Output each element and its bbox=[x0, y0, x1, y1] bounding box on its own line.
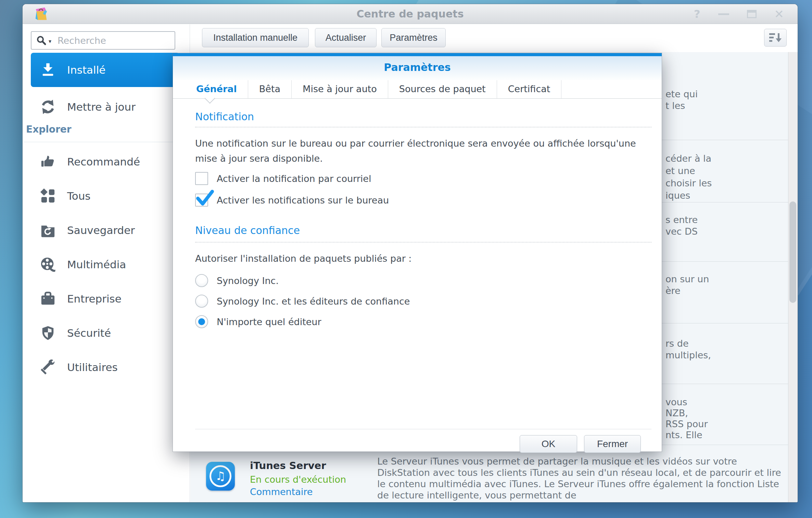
ok-button[interactable]: OK bbox=[520, 435, 577, 453]
package-description-fragment: ete quit les bbox=[665, 88, 698, 112]
package-description-fragment: s entrevec DS bbox=[665, 214, 698, 237]
sidebar-item-backup[interactable]: Sauvegarder bbox=[31, 213, 179, 247]
shield-icon bbox=[39, 324, 57, 342]
sidebar-item-update[interactable]: Mettre à jour bbox=[31, 90, 179, 124]
itunes-server-description: Le Serveur iTunes vous permet de partage… bbox=[377, 456, 788, 501]
email-notification-option[interactable]: Activer la notification par courriel bbox=[195, 170, 371, 187]
trust-option-synology-trusted[interactable]: Synology Inc. et les éditeurs de confian… bbox=[195, 293, 410, 309]
checkbox-unchecked[interactable] bbox=[195, 172, 208, 185]
window-title: Centre de paquets bbox=[23, 4, 798, 24]
music-note-icon: ♫ bbox=[215, 470, 226, 482]
section-divider bbox=[195, 127, 651, 127]
tab-general[interactable]: Général bbox=[185, 80, 248, 98]
sidebar-item-installed[interactable]: Installé bbox=[31, 53, 179, 87]
trust-option-synology[interactable]: Synology Inc. bbox=[195, 272, 279, 289]
checkbox-label: Activer la notification par courriel bbox=[217, 173, 371, 184]
package-description-fragment: rs demultiples, bbox=[665, 338, 711, 361]
close-icon[interactable]: ✕ bbox=[774, 8, 784, 20]
scrollbar-thumb[interactable] bbox=[789, 201, 796, 303]
tab-package-sources[interactable]: Sources de paquet bbox=[388, 80, 497, 98]
checkbox-checked[interactable] bbox=[195, 194, 208, 207]
notification-section-heading: Notification bbox=[195, 111, 254, 123]
package-center-app-icon bbox=[34, 6, 49, 22]
package-description-fragment: vousNZB, RSS pournts. Elle bbox=[665, 397, 708, 441]
itunes-ring: ♫ bbox=[210, 465, 231, 487]
itunes-server-status: En cours d'exécution bbox=[250, 474, 346, 485]
refresh-button[interactable]: Actualiser bbox=[315, 28, 377, 47]
sidebar-divider bbox=[24, 142, 188, 142]
trust-level-section-heading: Niveau de confiance bbox=[195, 224, 300, 236]
settings-dialog: Paramètres Général Bêta Mise à jour auto… bbox=[173, 53, 662, 452]
settings-button[interactable]: Paramètres bbox=[381, 28, 446, 47]
download-icon bbox=[39, 61, 57, 79]
titlebar[interactable]: Centre de paquets ? ✕ bbox=[23, 4, 798, 24]
package-description-fragment: céder à laet une choisir lesiques bbox=[665, 152, 712, 202]
dialog-accent-bar bbox=[173, 53, 662, 56]
search-box[interactable]: ▾ bbox=[31, 31, 175, 50]
sort-order-button[interactable] bbox=[764, 29, 787, 47]
desktop-notification-option[interactable]: Activer les notifications sur le bureau bbox=[195, 192, 389, 208]
backup-icon bbox=[39, 221, 57, 239]
sort-order-icon bbox=[769, 32, 782, 43]
sidebar-item-label: Sauvegarder bbox=[67, 224, 135, 236]
briefcase-icon bbox=[39, 290, 57, 308]
window-controls: ? ✕ bbox=[694, 4, 784, 24]
sidebar-item-business[interactable]: Entreprise bbox=[31, 282, 179, 316]
tab-beta[interactable]: Bêta bbox=[248, 80, 292, 98]
sidebar-item-utilities[interactable]: Utilitaires bbox=[31, 350, 179, 384]
search-scope-dropdown-icon[interactable]: ▾ bbox=[49, 38, 51, 45]
search-icon bbox=[36, 35, 47, 46]
radio-label: Synology Inc. et les éditeurs de confian… bbox=[217, 296, 410, 307]
sidebar: ▾ Installé Mettre à jour bbox=[23, 24, 190, 502]
sidebar-section-explore: Explorer bbox=[26, 123, 72, 136]
radio-unselected[interactable] bbox=[195, 274, 208, 287]
dialog-footer-divider bbox=[195, 429, 651, 429]
tab-certificate[interactable]: Certificat bbox=[497, 80, 562, 98]
thumbs-up-icon bbox=[39, 153, 57, 171]
sidebar-item-recommended[interactable]: Recommandé bbox=[31, 145, 179, 179]
trust-level-description: Autoriser l'installation de paquets publ… bbox=[195, 251, 638, 266]
notification-description: Une notification sur le bureau ou par co… bbox=[195, 136, 638, 166]
minimize-icon[interactable] bbox=[718, 13, 729, 15]
close-button[interactable]: Fermer bbox=[584, 435, 641, 453]
radio-label: Synology Inc. bbox=[217, 275, 279, 286]
package-description-fragment: on sur unère bbox=[665, 273, 709, 297]
sidebar-item-all[interactable]: Tous bbox=[31, 179, 179, 213]
sidebar-item-label: Sécurité bbox=[67, 327, 111, 339]
section-divider bbox=[195, 242, 651, 243]
manual-install-button[interactable]: Installation manuelle bbox=[202, 28, 309, 47]
sidebar-item-label: Mettre à jour bbox=[67, 101, 136, 113]
sidebar-item-multimedia[interactable]: Multimédia bbox=[31, 247, 179, 282]
sidebar-item-security[interactable]: Sécurité bbox=[31, 316, 179, 350]
checkbox-label: Activer les notifications sur le bureau bbox=[217, 195, 389, 206]
radio-label: N'importe quel éditeur bbox=[217, 317, 321, 327]
maximize-icon[interactable] bbox=[747, 10, 757, 18]
tab-auto-update[interactable]: Mise à jour auto bbox=[292, 80, 388, 98]
sidebar-item-label: Multimédia bbox=[67, 258, 126, 271]
list-scrollbar[interactable] bbox=[788, 52, 798, 502]
dialog-tabs: Général Bêta Mise à jour auto Sources de… bbox=[173, 80, 662, 99]
sidebar-item-label: Installé bbox=[67, 64, 105, 76]
sidebar-item-label: Entreprise bbox=[67, 293, 122, 305]
help-icon[interactable]: ? bbox=[694, 9, 700, 20]
search-input[interactable] bbox=[57, 35, 175, 46]
itunes-server-comment-link[interactable]: Commentaire bbox=[250, 486, 313, 497]
radio-unselected[interactable] bbox=[195, 295, 208, 308]
sidebar-item-label: Utilitaires bbox=[67, 361, 118, 373]
film-reel-icon bbox=[39, 256, 57, 273]
sidebar-item-label: Tous bbox=[67, 190, 90, 202]
itunes-server-app-icon: ♫ bbox=[206, 462, 235, 491]
trust-option-any-publisher[interactable]: N'importe quel éditeur bbox=[195, 313, 321, 330]
refresh-icon bbox=[39, 98, 57, 116]
sidebar-item-label: Recommandé bbox=[67, 156, 140, 168]
grid-icon bbox=[39, 187, 57, 205]
package-center-window: Centre de paquets ? ✕ ▾ bbox=[23, 4, 798, 502]
itunes-server-title: iTunes Server bbox=[250, 460, 326, 471]
radio-selected[interactable] bbox=[195, 315, 208, 328]
tools-icon bbox=[39, 358, 57, 376]
dialog-header[interactable] bbox=[173, 56, 662, 80]
